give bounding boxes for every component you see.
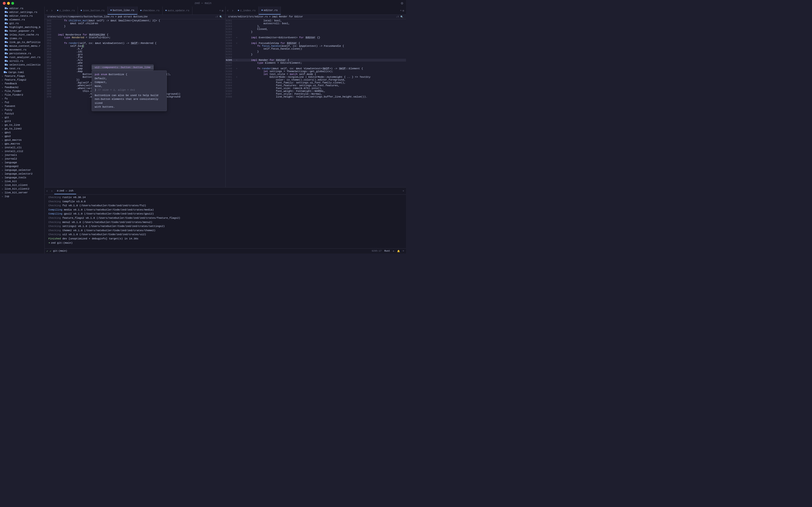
right-tab-next[interactable]: › bbox=[230, 7, 235, 14]
tab-checkbox[interactable]: ■ checkbox.rs bbox=[137, 7, 163, 14]
close-button[interactable] bbox=[3, 2, 6, 5]
sidebar-item-fs[interactable]: ▸ fs bbox=[0, 97, 44, 101]
sidebar-item-journal1[interactable]: ▸ journal1 bbox=[0, 153, 44, 157]
sidebar-item-git[interactable]: ■ git.rs bbox=[0, 21, 44, 25]
maximize-button[interactable] bbox=[11, 2, 14, 5]
sidebar-item-hover-popover[interactable]: ■ hover_popover.rs bbox=[0, 29, 44, 33]
sidebar-item-inlay-hint[interactable]: ■ inlay_hint_cache.rs bbox=[0, 33, 44, 37]
settings-icon[interactable]: ⚙ bbox=[401, 1, 403, 6]
sidebar-item-items[interactable]: ■ items.rs bbox=[0, 37, 44, 41]
sidebar-item-gpu-macros[interactable]: ▸ gpu_macros bbox=[0, 142, 44, 146]
sidebar-item-install-cli[interactable]: ▸ install_cli bbox=[0, 146, 44, 150]
autocomplete-popup[interactable]: ui2::components::button::button_like bbox=[92, 64, 154, 70]
sidebar-item-editor-settings[interactable]: ■ editor_settings.rs bbox=[0, 10, 44, 14]
terminal-tab-zsh[interactable]: ⊡ zed — zsh bbox=[54, 187, 76, 194]
sidebar-item-language[interactable]: ▸ language bbox=[0, 161, 44, 164]
sidebar-item-movement[interactable]: ■ movement.rs bbox=[0, 48, 44, 52]
status-check-icon: ✓ bbox=[47, 250, 48, 252]
sidebar-item-label: selections_collectio bbox=[9, 63, 41, 66]
hover-doc-popup: pub enum ButtonSize { Default, Compact, … bbox=[92, 70, 167, 111]
sidebar-item-editor-tests[interactable]: ■ editor_tests.rs bbox=[0, 14, 44, 18]
sidebar-item-fs2[interactable]: ▸ fs2 bbox=[0, 101, 44, 104]
terminal-tab-actions: + bbox=[401, 189, 406, 192]
code-line-9304: 9304 font_features: settings.ui_font.fea… bbox=[226, 84, 406, 87]
sidebar-item-install-cli2[interactable]: ▸ install_cli2 bbox=[0, 150, 44, 153]
add-terminal-button[interactable]: + bbox=[402, 189, 404, 192]
add-tab-button-r[interactable]: + bbox=[400, 9, 402, 12]
sidebar-item-test[interactable]: ■ test.rs bbox=[0, 67, 44, 70]
sidebar-item-go-to-line[interactable]: ▸ go_to_line bbox=[0, 123, 44, 127]
terminal-tab-prev[interactable]: ‹ bbox=[45, 187, 49, 194]
sidebar-item-go-to-line2[interactable]: ▸ go_to_line2 bbox=[0, 127, 44, 131]
sidebar-item-persistence[interactable]: ■ persistence.rs bbox=[0, 52, 44, 55]
terminal-tab-next[interactable]: › bbox=[49, 187, 54, 194]
sidebar-item-element[interactable]: ■ element.rs bbox=[0, 18, 44, 21]
sidebar-item-rust-analyzer[interactable]: ■ rust_analyzer_ext.rs bbox=[0, 55, 44, 59]
folder-closed-icon: ▸ bbox=[2, 120, 3, 123]
sidebar-item-git-folder[interactable]: ▸ git bbox=[0, 116, 44, 119]
tab-button-like[interactable]: ■ button_like.rs bbox=[108, 7, 137, 14]
minimize-button[interactable] bbox=[7, 2, 10, 5]
sidebar-item-feature-flags[interactable]: ▸ feature_flags bbox=[0, 74, 44, 78]
folder-closed-icon: ▸ bbox=[2, 124, 3, 126]
split-editor-button-r[interactable]: ⊞ bbox=[402, 9, 404, 12]
sidebar-item-lsp[interactable]: ▸ lsp bbox=[0, 194, 44, 198]
sidebar-item-link-go[interactable]: ■ link_go_to_definitio bbox=[0, 41, 44, 44]
sidebar-item-fuzzy2[interactable]: ▸ fuzzy2 bbox=[0, 112, 44, 116]
sidebar-item-highlight[interactable]: ■ highlight_matching_b bbox=[0, 25, 44, 29]
sidebar-item-live-kit-server[interactable]: ▸ live_kit_server bbox=[0, 191, 44, 194]
code-line-9284: 9284 Closed, bbox=[226, 28, 406, 31]
add-tab-button[interactable]: + bbox=[219, 9, 221, 12]
git-branch[interactable]: git:(main) bbox=[53, 250, 67, 252]
sidebar-item-mouse-context[interactable]: ■ mouse_context_menu.r bbox=[0, 44, 44, 48]
terminal-content[interactable]: Checking rustix v0.38.14 Checking tempfi… bbox=[45, 194, 406, 248]
sidebar-item-git3[interactable]: ▸ git3 bbox=[0, 119, 44, 123]
sidebar-item-language-selector2[interactable]: ▸ language_selector2 bbox=[0, 172, 44, 176]
sidebar-item-label: fs2 bbox=[4, 101, 9, 104]
sidebar-item-live-kit[interactable]: ▸ live_kit bbox=[0, 179, 44, 183]
code-line-350: 350 bbox=[45, 39, 225, 42]
language-indicator[interactable]: Rust bbox=[385, 250, 390, 252]
folder-closed-icon: ▸ bbox=[2, 169, 3, 171]
left-tab-next[interactable]: › bbox=[49, 7, 54, 14]
file-icon: ■ bbox=[80, 9, 82, 12]
left-code-editor[interactable]: 343 fn children_mut(&mut self) -> &mut S… bbox=[45, 19, 225, 187]
sidebar-item-file-finder[interactable]: ▸ file_finder bbox=[0, 89, 44, 93]
tab-icon-button[interactable]: ■ icon_button.rs bbox=[78, 7, 108, 14]
sidebar-item-label: fuzzy2 bbox=[4, 112, 14, 115]
notification-icon[interactable]: 🔔 bbox=[397, 250, 400, 252]
right-code-editor[interactable]: 9281 local: bool, 9282 autoscroll: bool, bbox=[226, 19, 406, 187]
sidebar-item-language2[interactable]: ▸ language2 bbox=[0, 164, 44, 168]
sidebar-item-editor-rs[interactable]: ■ editor.rs bbox=[0, 7, 44, 10]
tab-z-index[interactable]: ■ z_index.rs bbox=[54, 7, 78, 14]
file-icon: ■ bbox=[5, 22, 8, 25]
tab-z-index-r[interactable]: ■ z_index.rs bbox=[235, 7, 258, 14]
sidebar-item-gpu2[interactable]: ▸ gpu2 bbox=[0, 134, 44, 138]
sidebar-item-fsevent[interactable]: ▸ fsevent bbox=[0, 104, 44, 108]
sidebar-item-language-selector[interactable]: ▸ language_selector bbox=[0, 168, 44, 172]
sidebar-item-gpu2-macros[interactable]: ▸ gpu2_macros bbox=[0, 138, 44, 142]
sidebar-item-feedback2[interactable]: ▸ feedback2 bbox=[0, 86, 44, 89]
sidebar-item-selections[interactable]: ■ selections_collectio bbox=[0, 63, 44, 67]
file-icon: ■ bbox=[5, 56, 8, 59]
right-tab-prev[interactable]: ‹ bbox=[226, 7, 230, 14]
sidebar-item-scroll[interactable]: ■ scroll.rs bbox=[0, 59, 44, 63]
sidebar-item-language-tools[interactable]: ▸ language_tools bbox=[0, 176, 44, 179]
sidebar-item-fuzzy[interactable]: ▸ fuzzy bbox=[0, 108, 44, 112]
split-editor-button[interactable]: ⊞ bbox=[222, 9, 223, 12]
sidebar-item-cargo-toml[interactable]: ■ Cargo.toml bbox=[0, 70, 44, 74]
sidebar-item-gpu1[interactable]: ▸ gpu1 bbox=[0, 131, 44, 134]
sidebar-item-file-finder2[interactable]: ▸ file_finder2 bbox=[0, 93, 44, 97]
sidebar-item-live-kit-client[interactable]: ▸ live_kit_client bbox=[0, 183, 44, 187]
menu-icon[interactable]: ≡ bbox=[403, 250, 404, 252]
left-tab-prev[interactable]: ‹ bbox=[45, 7, 49, 14]
autocomplete-item[interactable]: ui2::components::button::button_like bbox=[92, 65, 154, 69]
tab-auto-update[interactable]: ■ auto_update.rs bbox=[163, 7, 192, 14]
sidebar-item-live-kit-client2[interactable]: ▸ live_kit_client2 bbox=[0, 187, 44, 191]
sidebar-item-feedback[interactable]: ▸ feedback bbox=[0, 82, 44, 86]
sidebar-item-feature-flags2[interactable]: ▸ feature_flags2 bbox=[0, 78, 44, 82]
file-icon: ■ bbox=[5, 18, 8, 21]
sidebar-item-journal2[interactable]: ▸ journal2 bbox=[0, 157, 44, 161]
code-line-9300: 9300 let text_style = match self.mode { bbox=[226, 73, 406, 76]
tab-editor-r[interactable]: ■ editor.rs bbox=[259, 7, 281, 14]
